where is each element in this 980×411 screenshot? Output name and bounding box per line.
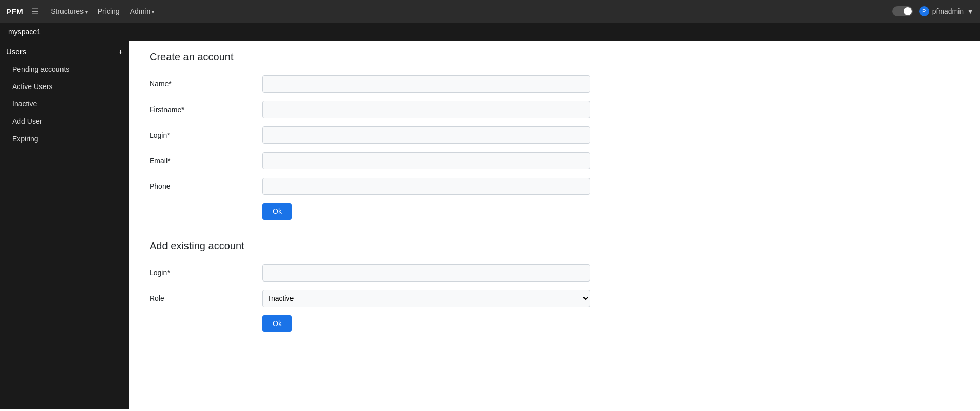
existing-login-label: Login* xyxy=(150,269,262,277)
topnav: PFM ☰ Structures Pricing Admin P pfmadmi… xyxy=(0,0,980,23)
add-existing-section: Add existing account xyxy=(150,240,960,252)
sidebar-item-pending-accounts[interactable]: Pending accounts xyxy=(0,60,129,78)
create-account-ok-button[interactable]: Ok xyxy=(262,203,292,220)
existing-login-input[interactable] xyxy=(262,264,590,282)
breadcrumb-workspace[interactable]: myspace1 xyxy=(8,28,41,36)
add-user-icon[interactable]: + xyxy=(118,47,123,56)
nav-item-admin[interactable]: Admin xyxy=(126,5,158,17)
app-brand: PFM xyxy=(6,7,23,16)
role-row: Role Inactive Active Admin xyxy=(150,290,960,307)
firstname-row: Firstname* xyxy=(150,101,960,118)
email-label: Email* xyxy=(150,157,262,165)
main-layout: Users + Pending accounts Active Users In… xyxy=(0,41,980,409)
login-label: Login* xyxy=(150,131,262,139)
phone-label: Phone xyxy=(150,182,262,190)
topnav-menu: Structures Pricing Admin xyxy=(47,7,158,15)
email-input[interactable] xyxy=(262,152,590,169)
email-row: Email* xyxy=(150,152,960,169)
create-account-title: Create an account xyxy=(150,51,960,63)
phone-input[interactable] xyxy=(262,178,590,195)
role-label: Role xyxy=(150,294,262,302)
user-menu[interactable]: P pfmadmin ▼ xyxy=(919,6,974,16)
firstname-input[interactable] xyxy=(262,101,590,118)
sidebar-section-label: Users xyxy=(6,47,26,56)
existing-login-row: Login* xyxy=(150,264,960,282)
add-existing-ok-button[interactable]: Ok xyxy=(262,315,292,332)
main-content: Create an account Name* Firstname* Login… xyxy=(129,41,980,409)
add-existing-title: Add existing account xyxy=(150,240,960,252)
theme-toggle[interactable] xyxy=(892,6,913,16)
nav-item-structures[interactable]: Structures xyxy=(47,5,92,17)
user-dropdown-icon: ▼ xyxy=(967,7,974,15)
topnav-right: P pfmadmin ▼ xyxy=(892,6,974,16)
sidebar-section-header: Users + xyxy=(0,43,129,60)
breadcrumb-bar: myspace1 xyxy=(0,23,980,41)
sidebar: Users + Pending accounts Active Users In… xyxy=(0,41,129,409)
nav-item-pricing[interactable]: Pricing xyxy=(94,5,124,17)
login-row: Login* xyxy=(150,126,960,144)
sidebar-item-expiring[interactable]: Expiring xyxy=(0,130,129,147)
hamburger-icon[interactable]: ☰ xyxy=(31,7,38,16)
name-row: Name* xyxy=(150,75,960,93)
name-label: Name* xyxy=(150,80,262,88)
user-name: pfmadmin xyxy=(932,7,964,15)
sidebar-item-inactive[interactable]: Inactive xyxy=(0,95,129,113)
login-input[interactable] xyxy=(262,126,590,144)
sidebar-item-add-user[interactable]: Add User xyxy=(0,113,129,130)
user-avatar: P xyxy=(919,6,929,16)
role-select[interactable]: Inactive Active Admin xyxy=(262,290,590,307)
firstname-label: Firstname* xyxy=(150,105,262,114)
phone-row: Phone xyxy=(150,178,960,195)
sidebar-item-active-users[interactable]: Active Users xyxy=(0,78,129,95)
name-input[interactable] xyxy=(262,75,590,93)
footer: Documentation About Privacy xyxy=(0,409,980,411)
